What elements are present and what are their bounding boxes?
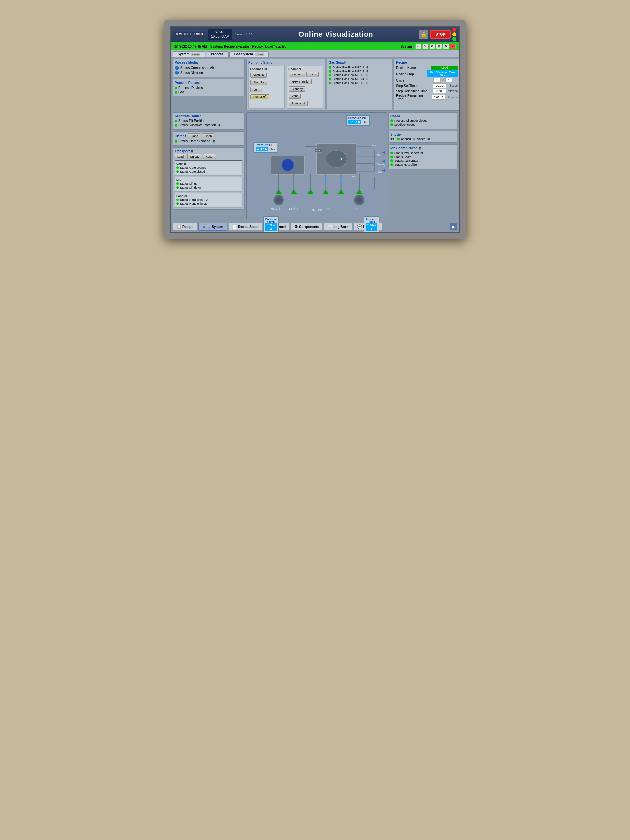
action-check[interactable]: ✓ [415, 44, 421, 49]
process-media-title: Process Media [175, 61, 243, 64]
left-panels: Substrate Holder Status Tilt Position ⊞ … [172, 112, 245, 219]
bottom-tab-components[interactable]: ⚙ Components [291, 223, 322, 231]
nitrogen-icon: 🔵 [175, 71, 179, 75]
svg-marker-13 [308, 189, 314, 194]
svg-marker-14 [323, 189, 329, 194]
ch-hhv-btn[interactable]: HHV Throttle [289, 79, 312, 84]
bottom-tab-logbook[interactable]: 📖 Log Book [324, 223, 352, 231]
version-label: Version 1.5.5 [235, 33, 253, 36]
clamps-open-btn[interactable]: Open [202, 133, 214, 139]
transport-reset-btn[interactable]: Reset [203, 154, 216, 159]
pump2-label: Pressure Pump [366, 218, 377, 223]
mfc2-dot [329, 70, 332, 73]
tab-process[interactable]: Process [206, 51, 229, 57]
action-red[interactable]: ■ [450, 44, 456, 49]
pump-inner: Loadlock ⊞ Vacuum Standby Vent [248, 66, 323, 109]
status-message: System: Recipe executor - Recipe "Load" … [210, 45, 397, 48]
mfc2-row: Status Gas Flow MFC 2 ⊞ [329, 69, 390, 73]
recipe-name-label: Recipe Name [396, 66, 430, 69]
status-nitrogen: 🔵 Status Nitrogen [175, 71, 243, 75]
svg-point-18 [276, 197, 282, 203]
svg-text:1: 1 [340, 157, 342, 161]
rotation-dot [175, 124, 177, 127]
system-tab-fn: F2 [202, 226, 205, 228]
bottom-tab-recipe[interactable]: 📋 Recipe [173, 223, 197, 231]
recipe-name-value: Load [431, 66, 458, 69]
pump2-value: 2.44e-2 [366, 223, 377, 231]
bottom-tab-recipe-steps[interactable]: 📄 Recipe Steps [228, 223, 262, 231]
svg-marker-12 [291, 189, 297, 194]
nav-next-arrow[interactable]: ▶ [450, 223, 457, 231]
svg-marker-15 [338, 189, 344, 194]
svg-text:EPD: EPD [352, 175, 357, 178]
pump1-value: 4.22e-2 [265, 223, 276, 231]
tab-system[interactable]: System Ctrl+F [173, 51, 205, 57]
svg-text:N2: N2 [355, 208, 358, 211]
row-2: Substrate Holder Status Tilt Position ⊞ … [172, 112, 458, 219]
ch-vent-btn[interactable]: Vent [289, 93, 300, 99]
status-system-label: System [400, 45, 412, 48]
clamps-close-btn[interactable]: Close [188, 133, 201, 139]
clamps-icon: ⊞ [213, 140, 215, 143]
transport-unload-btn[interactable]: Unload [187, 154, 202, 159]
bottom-tab-system[interactable]: F2 🔍 System [198, 223, 227, 231]
pumping-station-panel: Pumping Station Loadlock ⊞ Vacuum [246, 59, 325, 111]
ch-standby-btn[interactable]: Standby [289, 86, 305, 92]
ch-epd-btn[interactable]: EPD [306, 72, 319, 77]
action-edit[interactable]: ✎ [422, 44, 428, 49]
ch-vacuum-btn[interactable]: Vacuum [289, 72, 305, 77]
loadlock-icon: ⊞ [264, 67, 267, 71]
doors-panel: Doors Process Chamber closed Loadlock cl… [388, 112, 458, 129]
lift-up-status: Status Lift up [176, 182, 241, 185]
mfc1-row: Status Gas Flow MFC 1 ⊞ [329, 66, 390, 69]
cycle-values: 1 of 1 [433, 78, 453, 83]
action-close[interactable]: ✗ [429, 44, 435, 49]
messages-icon: 💬 [357, 224, 362, 229]
loadlock-door-dot [390, 123, 393, 126]
recipe-name-row: Recipe Name Load [396, 66, 458, 69]
step-set-label: Step Set Time [396, 84, 432, 88]
pressure-pc-box: Pressure PC 8.18e-8 mbar [346, 115, 370, 126]
ll-standby-btn[interactable]: Standby [250, 80, 267, 85]
step-remaining-unit: min:sec [448, 89, 458, 93]
handler-icon: ⊞ [189, 194, 191, 197]
svg-point-50 [325, 179, 327, 182]
ll-vent-btn[interactable]: Vent [250, 87, 262, 92]
recipe-tab-icon: 📋 [177, 224, 182, 229]
ch-pumps-off-btn[interactable]: Pumps off [289, 101, 308, 106]
action-flag[interactable]: ⚑ [443, 44, 449, 49]
recipe-cycle-label: Cycle [396, 79, 432, 82]
components-icon: ⚙ [294, 224, 298, 229]
svg-text:HSC: HSC [376, 170, 382, 173]
pump2-container: Pressure Pump 2.44e-2 mbar [363, 216, 379, 233]
gate-opened-dot [176, 166, 179, 169]
handler-ll-status: Status Handler in LL [176, 202, 241, 205]
lift-up-dot [176, 182, 179, 185]
rotation-icon: ⊞ [218, 124, 221, 127]
gate-subpanel: Gate ⊞ Status Gate opened Status Gate cl… [175, 161, 243, 175]
cycle-total: 1 [445, 78, 453, 83]
pressure-ll-box: Pressure LL 4.66e-5 mbar [253, 142, 277, 153]
svg-text:N2: N2 [326, 208, 329, 211]
rotation-status: Status Substrate Rotation ⊞ [175, 123, 243, 127]
recipe-step-label: Recipe Step [396, 72, 426, 76]
logbook-icon: 📖 [327, 224, 332, 229]
chamber-door-dot [390, 120, 393, 122]
process-devices-status: Process Devices [175, 86, 243, 90]
tab-gas[interactable]: Gas System Ctrl+F [229, 51, 269, 57]
svg-point-20 [356, 197, 362, 203]
handler-subpanel: Handler ⊞ Status Handler in PC Status Ha… [175, 193, 243, 208]
status-compressed-air: 🔵 Status Compressed Air [175, 66, 243, 70]
ll-pumps-off-btn[interactable]: Pumps off [250, 94, 269, 99]
transport-title: Transport [175, 149, 189, 153]
action-grid[interactable]: ⊞ [436, 44, 442, 49]
mfc5-dot [329, 82, 332, 84]
stop-button[interactable]: STOP [430, 30, 450, 39]
mfc2-icon: ⊞ [366, 69, 369, 73]
svg-marker-11 [276, 189, 282, 194]
transport-load-btn[interactable]: Load [175, 154, 186, 159]
neutralizer-dot [390, 163, 393, 166]
svg-marker-23 [382, 151, 385, 153]
ll-vacuum-btn[interactable]: Vacuum [250, 73, 267, 78]
recipe-step-row: Recipe Step Step 3 Waiting Time 30 s [396, 70, 458, 77]
